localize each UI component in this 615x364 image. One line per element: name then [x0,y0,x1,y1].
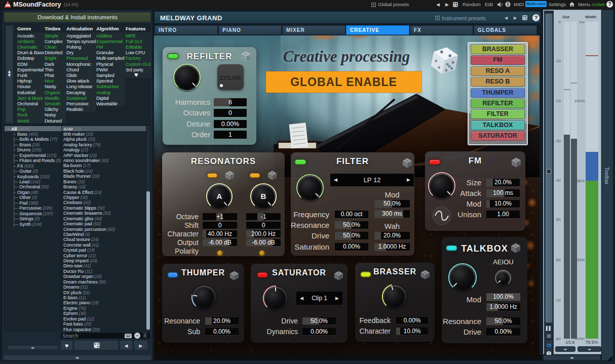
svg-text:A: A [217,192,222,200]
svg-text:B: B [261,192,266,200]
